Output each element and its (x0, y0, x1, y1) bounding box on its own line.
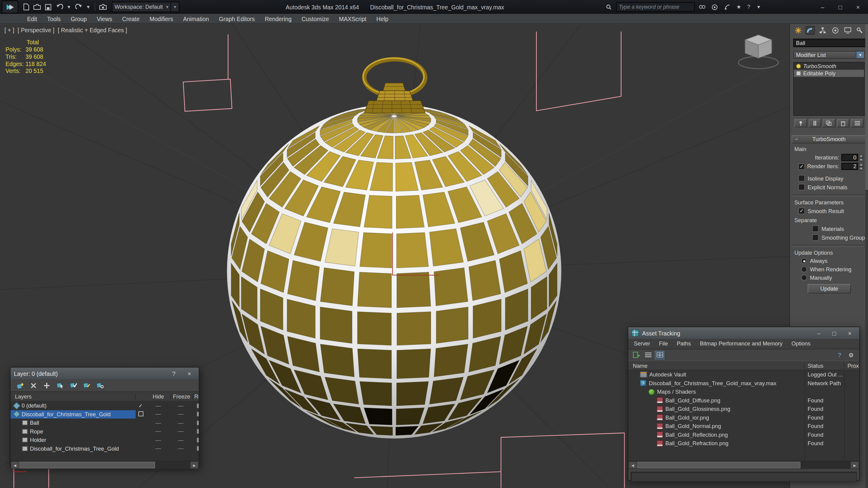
freeze-cell[interactable]: ----- (170, 429, 191, 434)
layer-row[interactable]: Discoball_for_Christmas_Tree_Gold-------… (10, 410, 198, 418)
manually-radio[interactable] (801, 275, 807, 281)
communication-center-icon[interactable] (722, 2, 733, 12)
minimize-button[interactable]: – (812, 330, 825, 336)
motion-tab-icon[interactable] (830, 26, 840, 35)
update-button[interactable]: Update (808, 284, 851, 293)
help-caret-icon[interactable]: ▾ (754, 2, 763, 11)
modifier-stack[interactable]: TurboSmoothEditable Poly (793, 62, 865, 116)
scroll-left-button[interactable]: ◀ (628, 461, 637, 469)
layer-dialog-titlebar[interactable]: Layer: 0 (default) ? × (10, 368, 198, 379)
freeze-cell[interactable]: ----- (170, 411, 191, 417)
hierarchy-tab-icon[interactable] (818, 26, 827, 35)
application-menu-button[interactable] (2, 1, 19, 13)
search-topics-caret-icon[interactable] (604, 2, 614, 12)
layer-row[interactable]: Rope---------- (10, 427, 198, 435)
make-unique-button[interactable] (823, 119, 835, 127)
view-list-icon[interactable] (643, 351, 652, 359)
close-button[interactable]: × (183, 370, 195, 377)
always-radio[interactable] (801, 258, 807, 264)
viewport-menu-general[interactable]: [ + ] (4, 27, 14, 33)
search-input[interactable] (616, 2, 695, 11)
column-render[interactable]: Render (193, 393, 198, 399)
turbosmooth-rollout-header[interactable]: − TurboSmooth (792, 135, 867, 144)
view-table-icon[interactable] (655, 351, 664, 359)
modifier-stack-item[interactable]: TurboSmooth (794, 63, 864, 70)
hide-cell[interactable]: ----- (146, 429, 170, 434)
menu-item-maxscript[interactable]: MAXScript (334, 13, 371, 24)
render-iters-checkbox[interactable]: ✓ (798, 163, 805, 170)
minimize-button[interactable]: – (814, 0, 832, 14)
help-icon[interactable]: ? (835, 351, 844, 359)
set-current-layer-button[interactable] (68, 381, 78, 390)
workspace-dropdown[interactable]: Workspace: Default ▾ (112, 2, 171, 12)
asset-row[interactable]: Maps / Shaders (628, 388, 859, 396)
configure-modifier-sets-button[interactable] (851, 119, 864, 127)
render-cell[interactable] (191, 420, 199, 426)
freeze-cell[interactable]: ----- (170, 437, 191, 443)
column-layers[interactable]: Layers (10, 393, 135, 399)
menu-item-graph-editors[interactable]: Graph Editors (214, 13, 260, 24)
hide-cell[interactable]: ----- (146, 446, 170, 451)
asset-row[interactable]: Autodesk VaultLogged Out ... (628, 370, 859, 379)
workspace-options-caret[interactable]: ▾ (171, 2, 180, 12)
column-status[interactable]: Status (804, 362, 844, 368)
layer-row[interactable]: Holder---------- (10, 436, 198, 444)
menu-item-animation[interactable]: Animation (178, 13, 214, 24)
asset-menu-file[interactable]: File (655, 339, 673, 349)
help-button[interactable]: ? (168, 370, 180, 377)
refresh-assets-icon[interactable] (632, 351, 641, 359)
asset-row[interactable]: 3Discoball_for_Christmas_Tree_Gold_max_v… (628, 379, 859, 387)
asset-row[interactable]: Ball_Gold_Normal.pngFound (628, 422, 859, 430)
modifier-list-dropdown[interactable]: Modifier List ▼ (793, 51, 865, 59)
current-layer-cell[interactable]: ✓ (135, 403, 146, 408)
display-tab-icon[interactable] (843, 26, 852, 35)
select-objects-in-layer-button[interactable] (55, 381, 65, 390)
freeze-cell[interactable]: ----- (170, 403, 191, 408)
smoothing-groups-checkbox[interactable] (812, 234, 818, 241)
render-cell[interactable] (191, 446, 199, 451)
iterations-field[interactable]: 0 (841, 154, 858, 161)
modifier-stack-item[interactable]: Editable Poly (794, 70, 864, 77)
asset-tracking-titlebar[interactable]: Asset Tracking – □ × (628, 327, 859, 339)
disco-ball-object[interactable] (227, 104, 561, 438)
hide-cell[interactable]: ----- (146, 403, 170, 408)
asset-row[interactable]: Ball_Gold_Diffuse.pngFound (628, 396, 859, 404)
new-scene-icon[interactable] (21, 2, 31, 12)
asset-menu-paths[interactable]: Paths (673, 339, 695, 349)
menu-item-edit[interactable]: Edit (22, 13, 42, 24)
column-name[interactable]: Name (628, 362, 804, 368)
hide-cell[interactable]: ----- (146, 411, 170, 417)
column-hide[interactable]: Hide (146, 393, 171, 399)
utilities-tab-icon[interactable] (855, 26, 865, 35)
column-freeze[interactable]: Freeze (171, 393, 193, 399)
menu-item-group[interactable]: Group (66, 13, 92, 24)
open-file-icon[interactable] (32, 2, 42, 12)
maximize-button[interactable]: □ (832, 0, 849, 14)
render-cell[interactable] (191, 437, 199, 443)
column-prox[interactable]: Prox (844, 362, 859, 368)
smooth-result-checkbox[interactable]: ✓ (798, 208, 805, 214)
hide-cell[interactable]: ----- (146, 420, 170, 426)
layer-row[interactable]: Discoball_for_Christmas_Tree_Gold-------… (10, 444, 198, 453)
asset-row[interactable]: Ball_Gold_Glossiness.pngFound (628, 405, 859, 413)
menu-item-customize[interactable]: Customize (297, 13, 334, 24)
help-icon[interactable]: ? (744, 2, 753, 11)
viewport-menu-shading[interactable]: [ Realistic + Edged Faces ] (58, 27, 127, 33)
close-button[interactable]: × (849, 0, 867, 14)
redo-caret-icon[interactable]: ▾ (84, 2, 93, 11)
explicit-normals-checkbox[interactable] (798, 184, 805, 190)
close-button[interactable]: × (844, 330, 856, 336)
hide-cell[interactable]: ----- (146, 437, 170, 443)
maximize-button[interactable]: □ (828, 330, 840, 336)
show-end-result-button[interactable] (809, 119, 821, 127)
modify-tab-icon[interactable] (806, 26, 815, 35)
favorites-star-icon[interactable]: ★ (735, 2, 743, 11)
asset-menu-bitmap-performance-and-memory[interactable]: Bitmap Performance and Memory (695, 339, 787, 349)
menu-item-create[interactable]: Create (117, 13, 145, 24)
pin-stack-button[interactable] (795, 119, 807, 127)
scroll-left-button[interactable]: ◀ (10, 461, 19, 469)
scroll-right-button[interactable]: ▶ (850, 461, 859, 469)
highlight-selected-layers-button[interactable] (82, 381, 91, 390)
undo-icon[interactable] (54, 2, 64, 12)
iterations-spinner[interactable]: ▲▼ (859, 154, 864, 161)
